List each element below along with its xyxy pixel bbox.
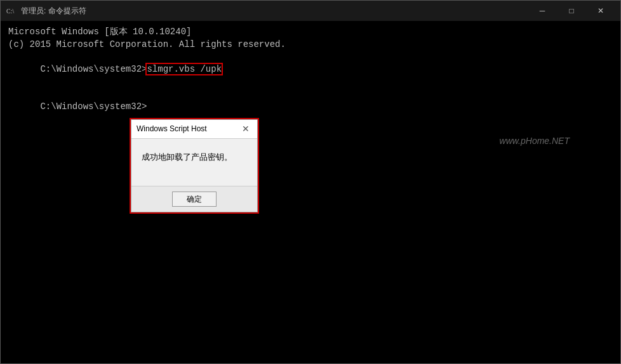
title-bar-controls: ─ □ ✕ [528,1,615,21]
window-title: 管理员: 命令提示符 [21,6,86,16]
maximize-button[interactable]: □ [557,1,586,21]
title-bar: C:\ 管理员: 命令提示符 ─ □ ✕ [1,1,620,21]
dialog-footer: 确定 [131,186,257,212]
cmd-icon: C:\ [6,6,16,16]
script-host-dialog: Windows Script Host ✕ 成功地卸载了产品密钥。 确定 [131,119,258,212]
dialog-overlay: Windows Script Host ✕ 成功地卸载了产品密钥。 确定 [1,21,620,363]
minimize-button[interactable]: ─ [528,1,557,21]
dialog-close-button[interactable]: ✕ [239,123,252,136]
cmd-window: C:\ 管理员: 命令提示符 ─ □ ✕ Microsoft Windows [… [0,0,621,364]
dialog-message: 成功地卸载了产品密钥。 [142,152,247,163]
close-button[interactable]: ✕ [586,1,615,21]
dialog-body: 成功地卸载了产品密钥。 [131,139,257,186]
cmd-body: Microsoft Windows [版本 10.0.10240] (c) 20… [1,21,620,363]
title-bar-left: C:\ 管理员: 命令提示符 [6,6,86,16]
ok-button[interactable]: 确定 [172,192,217,207]
dialog-titlebar: Windows Script Host ✕ [131,120,257,139]
dialog-title: Windows Script Host [137,124,207,134]
svg-text:C:\: C:\ [6,8,14,15]
